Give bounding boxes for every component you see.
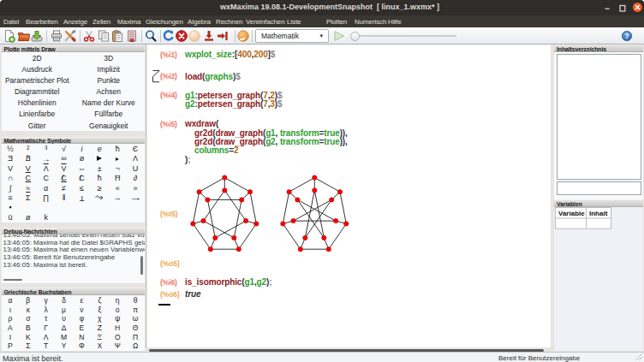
svg-text:?: ? [624,32,629,40]
